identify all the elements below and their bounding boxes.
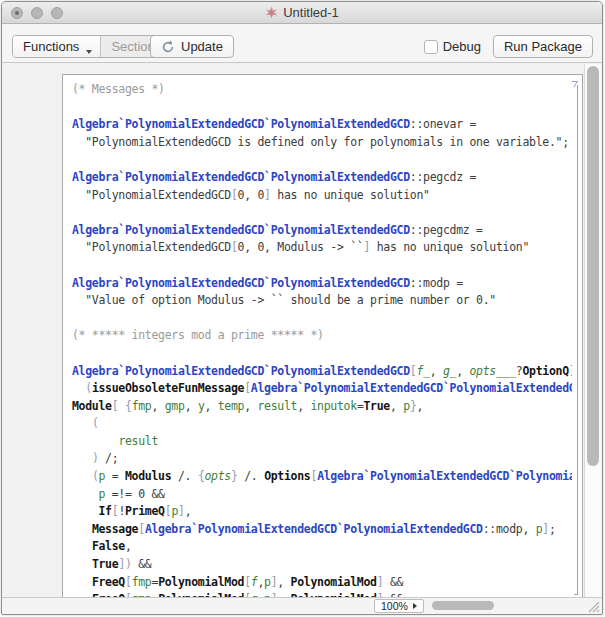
code-editor[interactable]: (* Messages *) Algebra`PolynomialExtende… <box>72 81 572 599</box>
code-line: "Value of option Modulus -> `` should be… <box>72 292 572 310</box>
title-bar[interactable]: Untitled-1 <box>2 2 602 24</box>
run-package-label: Run Package <box>504 39 582 54</box>
code-line: Algebra`PolynomialExtendedGCD`Polynomial… <box>72 169 572 187</box>
code-line: If[!PrimeQ[p], <box>72 503 572 521</box>
vertical-scrollbar-thumb[interactable] <box>587 66 599 466</box>
code-line: (p = Modulus /. {opts} /. Options[Algebr… <box>72 468 572 486</box>
horizontal-scrollbar-thumb[interactable] <box>432 601 494 610</box>
code-line: False, <box>72 538 572 556</box>
code-line <box>72 257 572 275</box>
notebook-area: (* Messages *) Algebra`PolynomialExtende… <box>2 64 602 614</box>
cell-bracket[interactable] <box>572 81 578 595</box>
code-line: Algebra`PolynomialExtendedGCD`Polynomial… <box>72 222 572 240</box>
code-line: Module[ {fmp, gmp, y, temp, result, inpu… <box>72 398 572 416</box>
cell-bracket-bar <box>577 85 579 595</box>
debug-control: Debug <box>424 39 481 54</box>
toolbar: Functions Sections Update Debug Run Pack… <box>2 24 602 63</box>
window-title: Untitled-1 <box>283 5 339 20</box>
code-cell-panel: (* Messages *) Algebra`PolynomialExtende… <box>62 74 583 600</box>
code-line: "PolynomialExtendedGCD[0, 0] has no uniq… <box>72 187 572 205</box>
code-line: "PolynomialExtendedGCD is defined only f… <box>72 134 572 152</box>
code-line: (issueObsoleteFunMessage[Algebra`Polynom… <box>72 380 572 398</box>
debug-label: Debug <box>443 39 481 54</box>
code-line: True]) && <box>72 556 572 574</box>
code-line: (* ***** integers mod a prime ***** *) <box>72 327 572 345</box>
code-line <box>72 345 572 363</box>
code-line <box>72 310 572 328</box>
code-line: result <box>72 433 572 451</box>
chevron-down-icon <box>86 50 92 54</box>
code-line: ) /; <box>72 450 572 468</box>
mathematica-spikey-icon <box>265 6 278 19</box>
package-editor-window: Untitled-1 Functions Sections Update <box>1 1 603 615</box>
code-line: "PolynomialExtendedGCD[0, 0, Modulus -> … <box>72 239 572 257</box>
update-button[interactable]: Update <box>150 35 234 58</box>
window-controls <box>11 7 63 19</box>
code-line: Algebra`PolynomialExtendedGCD`Polynomial… <box>72 363 572 381</box>
minimize-button[interactable] <box>31 7 43 19</box>
cell-bracket-bottom-hook <box>574 594 578 596</box>
code-line: FreeQ[fmp=PolynomialMod[f,p], Polynomial… <box>72 574 572 592</box>
chevron-right-icon <box>413 603 417 609</box>
debug-checkbox[interactable] <box>424 40 438 54</box>
code-line <box>72 99 572 117</box>
code-line <box>72 204 572 222</box>
update-label: Update <box>181 39 223 54</box>
run-package-button[interactable]: Run Package <box>493 35 593 58</box>
zoom-button[interactable] <box>51 7 63 19</box>
status-bar: 100% <box>2 597 602 614</box>
title-area: Untitled-1 <box>2 2 602 23</box>
functions-label: Functions <box>23 39 79 54</box>
code-line <box>72 151 572 169</box>
code-line: Message[Algebra`PolynomialExtendedGCD`Po… <box>72 521 572 539</box>
code-line: (* Messages *) <box>72 81 572 99</box>
resize-grip[interactable] <box>586 599 600 613</box>
magnification-control[interactable]: 100% <box>374 599 424 613</box>
toolbar-right-group: Debug Run Package <box>424 35 593 58</box>
functions-dropdown-button[interactable]: Functions <box>13 36 100 57</box>
code-line: p =!= 0 && <box>72 486 572 504</box>
code-line: Algebra`PolynomialExtendedGCD`Polynomial… <box>72 116 572 134</box>
close-button[interactable] <box>11 7 23 19</box>
refresh-icon <box>161 40 175 54</box>
code-line: Algebra`PolynomialExtendedGCD`Polynomial… <box>72 275 572 293</box>
code-line: ( <box>72 415 572 433</box>
vertical-scrollbar[interactable] <box>584 64 601 597</box>
zoom-level: 100% <box>381 600 408 612</box>
